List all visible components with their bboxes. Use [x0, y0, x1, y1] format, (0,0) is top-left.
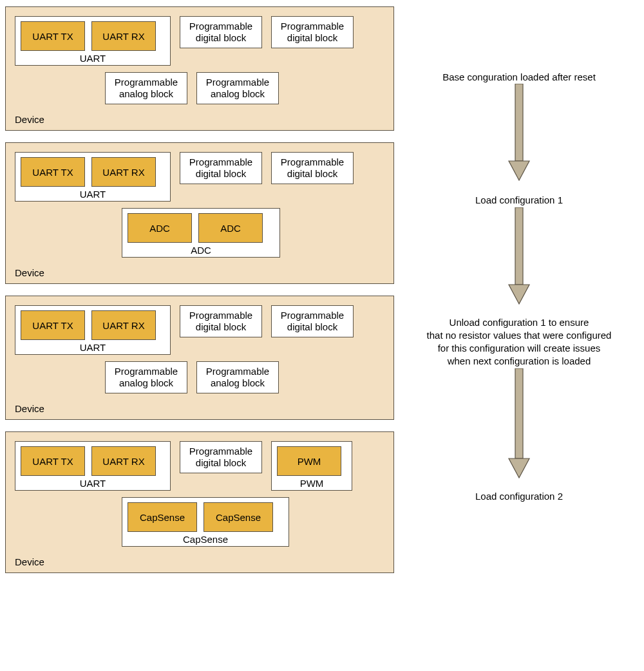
adc-block: ADC [128, 213, 192, 243]
prog-digital-block: Programmable digital block [271, 305, 354, 337]
device-label: Device [15, 114, 44, 125]
capsense-group: CapSense CapSense CapSense [122, 497, 289, 547]
prog-analog-block: Programmable analog block [196, 361, 279, 393]
uart-rx-block: UART RX [91, 157, 156, 187]
flow-step-base: Base conguration loaded after reset [435, 71, 603, 84]
prog-digital-block: Programmable digital block [271, 152, 354, 184]
flow-arrow-2 [506, 207, 532, 307]
pwm-label: PWM [272, 478, 352, 489]
device-label: Device [15, 403, 44, 414]
svg-marker-1 [509, 161, 529, 180]
uart-tx-block: UART TX [21, 21, 85, 51]
flow-step-unload: Unload configuration 1 to ensure that no… [419, 316, 620, 368]
uart-label: UART [15, 53, 170, 64]
prog-analog-block: Programmable analog block [105, 361, 187, 393]
prog-digital-block: Programmable digital block [180, 441, 262, 473]
device-panel-1: UART TX UART RX UART Programmable digita… [5, 6, 394, 131]
uart-tx-block: UART TX [21, 310, 85, 340]
prog-digital-block: Programmable digital block [180, 305, 262, 337]
device-panel-3: UART TX UART RX UART Programmable digita… [5, 296, 394, 420]
svg-rect-4 [515, 368, 523, 458]
flow-step-load1: Load configuration 1 [468, 194, 571, 207]
device-configs-column: UART TX UART RX UART Programmable digita… [0, 0, 399, 671]
device-panel-4: UART TX UART RX UART Programmable digita… [5, 431, 394, 573]
svg-marker-3 [509, 285, 529, 304]
prog-digital-block: Programmable digital block [271, 16, 354, 48]
device-panel-2: UART TX UART RX UART Programmable digita… [5, 142, 394, 284]
flow-arrow-1 [506, 84, 532, 184]
uart-label: UART [15, 342, 170, 353]
uart-tx-block: UART TX [21, 446, 85, 476]
prog-analog-block: Programmable analog block [196, 72, 279, 104]
uart-label: UART [15, 478, 170, 489]
uart-rx-block: UART RX [91, 21, 156, 51]
down-arrow-icon [506, 207, 532, 307]
device-label: Device [15, 267, 44, 278]
prog-analog-block: Programmable analog block [105, 72, 187, 104]
uart-rx-block: UART RX [91, 446, 156, 476]
uart-label: UART [15, 189, 170, 200]
svg-marker-5 [509, 458, 529, 478]
capsense-label: CapSense [122, 534, 289, 545]
uart-group: UART TX UART RX UART [15, 441, 171, 491]
uart-tx-block: UART TX [21, 157, 85, 187]
uart-group: UART TX UART RX UART [15, 16, 171, 66]
uart-group: UART TX UART RX UART [15, 152, 171, 202]
down-arrow-icon [506, 368, 532, 481]
prog-digital-block: Programmable digital block [180, 152, 262, 184]
capsense-block: CapSense [128, 502, 197, 532]
prog-digital-block: Programmable digital block [180, 16, 262, 48]
down-arrow-icon [506, 84, 532, 184]
adc-label: ADC [122, 245, 279, 256]
capsense-block: CapSense [204, 502, 273, 532]
adc-block: ADC [198, 213, 263, 243]
uart-group: UART TX UART RX UART [15, 305, 171, 355]
flow-step-load2: Load configuration 2 [468, 490, 571, 503]
pwm-group: PWM PWM [271, 441, 352, 491]
device-label: Device [15, 556, 44, 567]
svg-rect-2 [515, 207, 523, 285]
adc-group: ADC ADC ADC [122, 208, 280, 258]
flow-arrow-3 [506, 368, 532, 481]
uart-rx-block: UART RX [91, 310, 156, 340]
flow-column: Base conguration loaded after reset Load… [399, 0, 644, 671]
pwm-block: PWM [277, 446, 341, 476]
svg-rect-0 [515, 84, 523, 161]
